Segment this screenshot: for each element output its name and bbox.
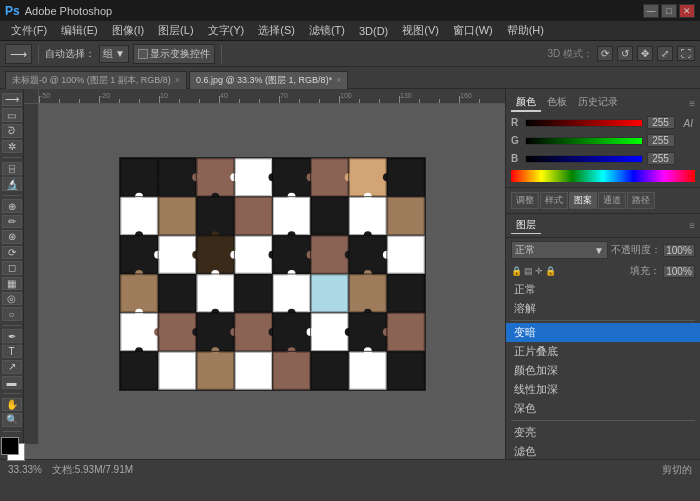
maximize-button[interactable]: □ [661, 4, 677, 18]
move-tool-icon[interactable]: ⟶ [2, 93, 22, 106]
tools-panel: ⟶ ▭ ᘒ ✲ ⌸ 🔬 ⊕ ✏ ⊛ ⟳ ◻ ▦ ◎ ○ ✒ T ↗ ▬ ✋ 🔍 [0, 89, 24, 459]
brush-tool-icon[interactable]: ✏ [2, 215, 22, 228]
adj-tab-styles[interactable]: 样式 [540, 192, 568, 209]
tools-separator-5 [3, 431, 21, 432]
adj-tab-paths[interactable]: 路径 [627, 192, 655, 209]
spot-heal-icon[interactable]: ⊕ [2, 199, 22, 212]
canvas-tab-2[interactable]: 0.6.jpg @ 33.3% (图层 1, RGB/8)* × [189, 71, 348, 89]
blend-mode-item-1[interactable]: 溶解 [506, 299, 700, 318]
ruler-corner [24, 89, 39, 104]
3d-scale-button[interactable]: ⛶ [677, 46, 695, 61]
lasso-tool-icon[interactable]: ᘒ [2, 124, 22, 138]
lock-position-icon[interactable]: ✛ [535, 266, 543, 276]
magic-wand-icon[interactable]: ✲ [2, 140, 22, 153]
eraser-icon[interactable]: ◻ [2, 261, 22, 274]
g-label: G [511, 135, 521, 146]
right-panel: 颜色 色板 历史记录 ≡ R 255 G 255 [505, 89, 700, 459]
auto-select-dropdown[interactable]: 组 ▼ [99, 45, 129, 63]
title-bar-left: Ps Adobe Photoshop [5, 4, 112, 18]
zoom-tool-icon[interactable]: 🔍 [2, 413, 22, 426]
menu-item-w[interactable]: 窗口(W) [447, 21, 499, 40]
canvas-row [24, 104, 505, 444]
blend-mode-item-5[interactable]: 线性加深 [506, 380, 700, 399]
tab-layers[interactable]: 图层 [511, 217, 541, 234]
tab-history[interactable]: 历史记录 [573, 94, 623, 112]
lock-all-icon[interactable]: 🔒 [545, 266, 556, 276]
tab2-close-icon[interactable]: × [336, 75, 341, 85]
window-controls[interactable]: — □ ✕ [643, 4, 695, 18]
type-tool-icon[interactable]: T [2, 345, 22, 358]
pen-tool-icon[interactable]: ✒ [2, 329, 22, 342]
opacity-value[interactable]: 100% [663, 244, 695, 257]
gradient-tool-icon[interactable]: ▦ [2, 277, 22, 290]
b-slider[interactable] [525, 155, 643, 163]
zoom-level: 33.33% [8, 464, 42, 475]
tools-separator-1 [3, 157, 21, 158]
menu-item-y[interactable]: 文字(Y) [202, 21, 251, 40]
color-spectrum[interactable] [511, 170, 695, 182]
r-slider[interactable] [525, 119, 643, 127]
menu-item-s[interactable]: 选择(S) [252, 21, 301, 40]
menu-item-l[interactable]: 图层(L) [152, 21, 199, 40]
g-slider[interactable] [525, 137, 643, 145]
path-select-icon[interactable]: ↗ [2, 360, 22, 373]
menu-item-i[interactable]: 图像(I) [106, 21, 150, 40]
adj-tab-pattern[interactable]: 图案 [569, 192, 597, 209]
eyedropper-icon[interactable]: 🔬 [2, 177, 22, 190]
r-value[interactable]: 255 [647, 116, 675, 129]
dodge-tool-icon[interactable]: ○ [2, 307, 22, 320]
tab-swatches[interactable]: 色板 [542, 94, 572, 112]
canvas-tab-1[interactable]: 未标题-0 @ 100% (图层 1 副本, RGB/8) × [5, 71, 187, 89]
blend-mode-item-3[interactable]: 正片叠底 [506, 342, 700, 361]
tools-separator-4 [3, 393, 21, 394]
b-label: B [511, 153, 521, 164]
lock-icon[interactable]: 🔒 [511, 266, 522, 276]
fg-bg-colors[interactable] [1, 437, 23, 455]
blend-dropdown-arrow: ▼ [594, 245, 604, 256]
blend-mode-item-4[interactable]: 颜色加深 [506, 361, 700, 380]
3d-rotate-button[interactable]: ⟳ [597, 46, 613, 61]
g-value[interactable]: 255 [647, 134, 675, 147]
blend-mode-item-0[interactable]: 正常 [506, 280, 700, 299]
fill-value[interactable]: 100% [663, 265, 695, 278]
tab2-label: 0.6.jpg @ 33.3% (图层 1, RGB/8)* [196, 74, 332, 87]
menu-item-f[interactable]: 文件(F) [5, 21, 53, 40]
blend-mode-dropdown[interactable]: 正常 ▼ [511, 241, 608, 259]
tab-color[interactable]: 颜色 [511, 94, 541, 112]
show-controls-checkbox[interactable]: 显示变换控件 [133, 44, 215, 64]
minimize-button[interactable]: — [643, 4, 659, 18]
layers-options-icon[interactable]: ≡ [689, 220, 695, 231]
history-brush-icon[interactable]: ⟳ [2, 246, 22, 259]
menu-item-e[interactable]: 编辑(E) [55, 21, 104, 40]
blend-mode-item-6[interactable]: 深色 [506, 399, 700, 418]
blend-mode-item-8[interactable]: 滤色 [506, 442, 700, 459]
puzzle-canvas[interactable] [119, 157, 426, 391]
menu-item-h[interactable]: 帮助(H) [501, 21, 550, 40]
move-tool-button[interactable]: ⟶ [5, 44, 32, 64]
clone-stamp-icon[interactable]: ⊛ [2, 230, 22, 243]
blend-mode-item-2[interactable]: 变暗 [506, 323, 700, 342]
adj-tab-channels[interactable]: 通道 [598, 192, 626, 209]
panel-options-icon[interactable]: ≡ [689, 98, 695, 109]
lock-pixels-icon[interactable]: ▤ [524, 266, 533, 276]
adj-tab-adjustments[interactable]: 调整 [511, 192, 539, 209]
menu-item-t[interactable]: 滤镜(T) [303, 21, 351, 40]
b-value[interactable]: 255 [647, 152, 675, 165]
3d-pan-button[interactable]: ✥ [637, 46, 653, 61]
blur-tool-icon[interactable]: ◎ [2, 292, 22, 305]
3d-slide-button[interactable]: ⤢ [657, 46, 673, 61]
hand-tool-icon[interactable]: ✋ [2, 398, 22, 411]
foreground-color[interactable] [1, 437, 19, 455]
menu-item-dd[interactable]: 3D(D) [353, 23, 394, 39]
tools-separator-3 [3, 325, 21, 326]
shape-tool-icon[interactable]: ▬ [2, 376, 22, 389]
menu-item-v[interactable]: 视图(V) [396, 21, 445, 40]
3d-roll-button[interactable]: ↺ [617, 46, 633, 61]
marquee-tool-icon[interactable]: ▭ [2, 108, 22, 121]
close-button[interactable]: ✕ [679, 4, 695, 18]
tab1-close-icon[interactable]: × [175, 75, 180, 85]
app-title: Adobe Photoshop [25, 5, 112, 17]
canvas-container[interactable] [39, 104, 505, 444]
crop-tool-icon[interactable]: ⌸ [2, 162, 22, 175]
blend-mode-item-7[interactable]: 变亮 [506, 423, 700, 442]
